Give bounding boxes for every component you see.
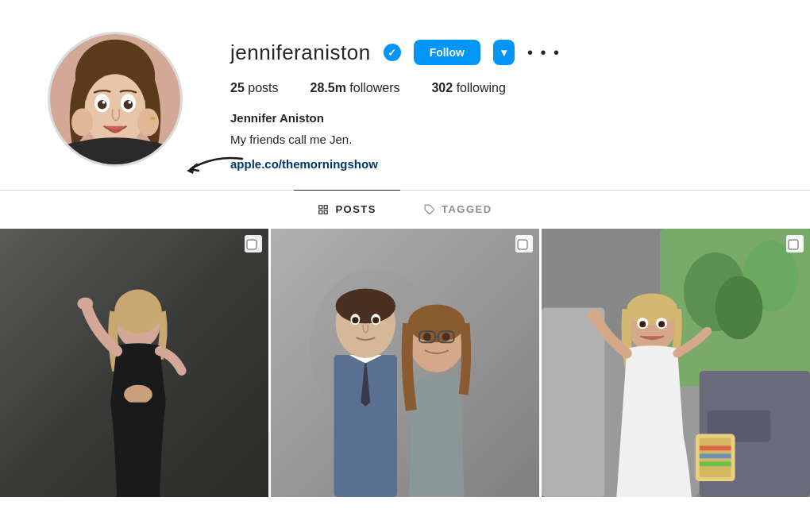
- chevron-down-icon: ▾: [501, 46, 507, 59]
- grid-icon: [318, 204, 329, 215]
- svg-point-5: [98, 100, 107, 110]
- followers-stat[interactable]: 28.5m followers: [310, 81, 400, 95]
- svg-point-62: [658, 321, 665, 327]
- followers-count: 28.5m: [310, 81, 346, 94]
- multi-post-icon-2: [515, 235, 533, 253]
- svg-rect-16: [325, 210, 328, 214]
- svg-point-22: [124, 385, 152, 404]
- svg-rect-14: [325, 205, 328, 208]
- posts-stat[interactable]: 25 posts: [230, 81, 279, 95]
- svg-point-23: [77, 297, 93, 310]
- following-count: 302: [431, 81, 453, 94]
- following-stat[interactable]: 302 following: [431, 81, 505, 95]
- svg-point-8: [128, 101, 131, 104]
- ellipsis-icon: • • •: [527, 44, 561, 62]
- following-label: following: [457, 81, 506, 94]
- svg-rect-11: [149, 117, 156, 120]
- posts-count: 25: [230, 81, 245, 94]
- followers-label: followers: [349, 81, 399, 94]
- avatar[interactable]: [48, 32, 183, 167]
- tab-tagged[interactable]: TAGGED: [400, 190, 516, 228]
- posts-label: posts: [248, 81, 278, 94]
- svg-point-2: [84, 74, 145, 148]
- svg-point-32: [336, 289, 396, 324]
- posts-grid: [0, 229, 810, 497]
- tabs-section: POSTS TAGGED: [0, 191, 810, 229]
- bio-link[interactable]: apple.co/themorningshow: [230, 157, 378, 171]
- svg-rect-15: [319, 210, 322, 214]
- bio-text: My friends call me Jen.: [230, 131, 762, 149]
- verified-badge: [384, 44, 401, 61]
- grid-post-2[interactable]: [271, 229, 539, 497]
- svg-rect-13: [319, 205, 322, 208]
- svg-point-21: [114, 290, 162, 334]
- svg-rect-69: [789, 240, 798, 249]
- svg-point-53: [716, 276, 763, 340]
- profile-top-row: jenniferaniston Follow ▾ • • •: [230, 40, 762, 65]
- svg-point-35: [352, 317, 358, 323]
- svg-point-36: [372, 317, 379, 323]
- svg-rect-45: [518, 240, 527, 249]
- svg-rect-25: [247, 240, 256, 249]
- svg-rect-49: [542, 307, 605, 497]
- tab-tagged-label: TAGGED: [442, 203, 492, 215]
- svg-point-9: [71, 109, 93, 137]
- avatar-wrapper: [48, 32, 183, 167]
- svg-point-6: [124, 100, 133, 110]
- follow-button[interactable]: Follow: [414, 40, 480, 65]
- bio-section: Jennifer Aniston My friends call me Jen.…: [230, 110, 762, 174]
- svg-point-57: [627, 294, 677, 326]
- follow-dropdown-button[interactable]: ▾: [493, 40, 515, 65]
- svg-rect-65: [700, 445, 731, 450]
- svg-rect-66: [700, 453, 731, 458]
- tab-posts-label: POSTS: [335, 203, 376, 215]
- multi-post-icon-3: [786, 235, 804, 253]
- tag-icon: [424, 204, 435, 215]
- svg-point-43: [442, 333, 450, 341]
- svg-point-61: [639, 321, 646, 327]
- link-row: apple.co/themorningshow: [230, 155, 762, 174]
- more-options-button[interactable]: • • •: [527, 44, 561, 62]
- svg-point-58: [588, 309, 602, 322]
- profile-info: jenniferaniston Follow ▾ • • • 25 posts …: [230, 32, 762, 174]
- arrow-annotation-icon: [183, 147, 246, 179]
- svg-marker-12: [187, 167, 195, 174]
- username: jenniferaniston: [230, 40, 371, 65]
- svg-rect-67: [700, 461, 731, 466]
- svg-point-7: [102, 101, 106, 104]
- tab-posts[interactable]: POSTS: [294, 190, 400, 228]
- stats-row: 25 posts 28.5m followers 302 following: [230, 81, 762, 95]
- svg-point-42: [423, 333, 431, 341]
- bio-name: Jennifer Aniston: [230, 110, 762, 128]
- multi-post-icon-1: [245, 235, 262, 253]
- profile-section: jenniferaniston Follow ▾ • • • 25 posts …: [0, 0, 810, 190]
- grid-post-3[interactable]: [542, 229, 810, 497]
- svg-point-10: [137, 109, 159, 137]
- grid-post-1[interactable]: [0, 229, 268, 497]
